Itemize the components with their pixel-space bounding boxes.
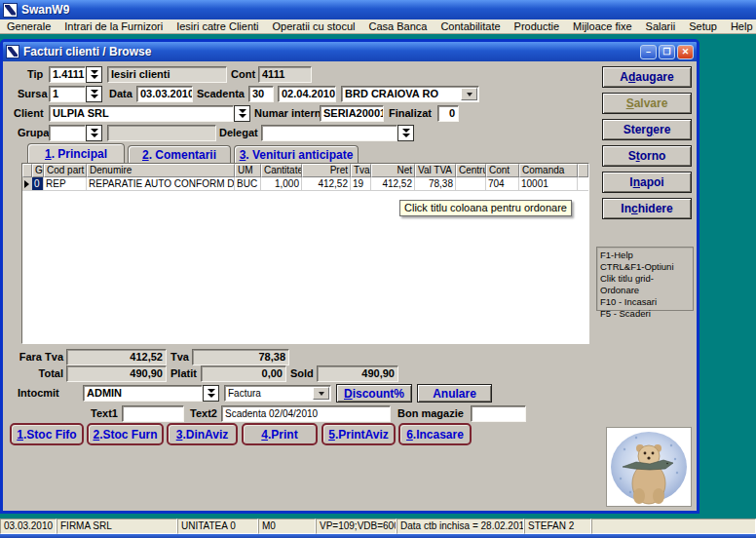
total-label: Total	[13, 367, 63, 379]
client-input[interactable]: ULPIA SRL	[49, 105, 234, 122]
menu-iesiri-clienti[interactable]: Iesiri catre Clienti	[170, 19, 265, 33]
minimize-button-icon[interactable]: –	[640, 45, 657, 59]
menu-casa-banca[interactable]: Casa Banca	[361, 19, 434, 33]
storno-button[interactable]: Storno	[602, 145, 692, 167]
grid-header-comanda[interactable]: Comanda	[519, 164, 578, 177]
grid-header-um[interactable]: UM	[235, 164, 261, 177]
delegat-label: Delegat	[219, 127, 258, 138]
maximize-button-icon[interactable]: ❐	[659, 45, 675, 59]
grid-header-centru[interactable]: Centru	[456, 164, 486, 177]
grid-header-cont[interactable]: Cont	[486, 164, 519, 177]
invoice-lines-grid: Ge Cod part Denumire UM Cantitate Pret T…	[21, 163, 589, 344]
grid-header-denumire[interactable]: Denumire	[87, 164, 235, 177]
menu-setup[interactable]: Setup	[682, 19, 724, 33]
grid-header-ge[interactable]: Ge	[32, 164, 44, 177]
status-unit: UNITATEA 0	[177, 519, 258, 534]
client-dropdown-icon[interactable]	[234, 105, 250, 122]
menu-operatii-stoc[interactable]: Operatii cu stocul	[266, 19, 362, 33]
cell-centru[interactable]	[456, 177, 486, 191]
adaugare-button[interactable]: Adaugare	[602, 66, 692, 88]
cell-comanda[interactable]: 10001	[519, 177, 578, 191]
cell-net[interactable]: 412,52	[371, 177, 415, 191]
incasare-button[interactable]: 6.Incasare	[398, 423, 472, 445]
finalizat-input[interactable]: 0	[437, 105, 459, 122]
cell-cont[interactable]: 704	[486, 177, 519, 191]
sold-label: Sold	[290, 367, 314, 379]
stergere-button[interactable]: Stergere	[602, 119, 692, 140]
scadenta-days-input[interactable]: 30	[248, 86, 274, 102]
platit-field: 0,00	[201, 365, 286, 382]
cell-tva[interactable]: 19	[351, 177, 371, 191]
anulare-button[interactable]: Anulare	[417, 384, 492, 403]
menu-intrari-furnizori[interactable]: Intrari de la Furnizori	[57, 19, 170, 33]
help-line: F10 - Incasari	[600, 296, 690, 308]
chevron-down-icon[interactable]	[313, 387, 329, 400]
app-title: SwanW9	[21, 3, 69, 17]
cell-cod-part[interactable]: REP	[44, 177, 87, 191]
sursa-input[interactable]: 1	[49, 86, 86, 102]
delegat-dropdown-icon[interactable]	[397, 125, 414, 141]
intocmit-input[interactable]: ADMIN	[83, 385, 203, 402]
menu-productie[interactable]: Productie	[508, 19, 566, 33]
print-button[interactable]: 4.Print	[242, 423, 318, 445]
stoc-fifo-button[interactable]: 1.Stoc Fifo	[10, 423, 84, 445]
doc-type-combobox[interactable]: Factura	[224, 385, 331, 402]
intocmit-dropdown-icon[interactable]	[203, 385, 219, 402]
grid-header-pret[interactable]: Pret	[302, 164, 351, 177]
text1-input[interactable]	[122, 405, 184, 422]
menu-mijloace-fixe[interactable]: Mijloace fixe	[566, 19, 639, 33]
cell-pret[interactable]: 412,52	[302, 177, 351, 191]
grid-header-tva[interactable]: Tva	[351, 164, 371, 177]
bon-magazie-input[interactable]	[471, 405, 526, 422]
inchidere-button[interactable]: Inchidere	[602, 198, 692, 219]
cell-val-tva[interactable]: 78,38	[415, 177, 456, 191]
grid-header-val-tva[interactable]: Val TVA	[415, 164, 456, 177]
bear-image	[606, 427, 692, 507]
cell-cantitate[interactable]: 1,000	[261, 177, 302, 191]
grid-header-cantitate[interactable]: Cantitate	[261, 164, 302, 177]
tip-dropdown-icon[interactable]	[86, 66, 102, 83]
numar-intern-input[interactable]: SERIA20001	[320, 105, 384, 122]
grid-header-cod-part[interactable]: Cod part	[44, 164, 87, 177]
menu-salarii[interactable]: Salarii	[639, 19, 683, 33]
banca-combobox[interactable]: BRD CRAIOVA RO	[341, 86, 479, 102]
grupa-dropdown-icon[interactable]	[86, 125, 102, 141]
menubar: Generale Intrari de la Furnizori Iesiri …	[0, 19, 756, 34]
salvare-button[interactable]: Salvare	[602, 93, 692, 114]
status-date: 03.03.2010	[0, 519, 57, 534]
scadenta-date-input[interactable]: 02.04.2010	[278, 86, 336, 102]
menu-generale[interactable]: Generale	[0, 19, 57, 33]
tab-comentarii[interactable]: 2. Comentarii	[128, 145, 231, 163]
help-line: CTRL&F1-Optiuni	[600, 261, 690, 273]
cell-denumire[interactable]: REPARATIE AUTO CONFORM DEVIZ	[87, 177, 235, 191]
window-titlebar[interactable]: Facturi clienti / Browse – ❐ ✕	[3, 42, 697, 61]
total-field: 490,90	[66, 365, 167, 382]
tip-code-input[interactable]: 1.4111	[49, 66, 86, 83]
shortcut-help-box: F1-Help CTRL&F1-Optiuni Clik titlu grid-…	[596, 247, 694, 311]
sursa-dropdown-icon[interactable]	[86, 86, 102, 102]
tab-principal[interactable]: 1. Principal	[27, 143, 125, 163]
bottom-edge	[0, 534, 756, 538]
client-label: Client	[14, 107, 44, 119]
discount-button[interactable]: Discount%	[336, 384, 412, 403]
inapoi-button[interactable]: Inapoi	[602, 172, 692, 193]
cell-um[interactable]: BUC	[235, 177, 261, 191]
stoc-furn-button[interactable]: 2.Stoc Furn	[87, 423, 164, 445]
delegat-input[interactable]	[261, 125, 397, 141]
text2-input[interactable]: Scadenta 02/04/2010	[221, 405, 391, 422]
table-row[interactable]: 0 REP REPARATIE AUTO CONFORM DEVIZ BUC 1…	[22, 177, 588, 191]
app-titlebar: SwanW9	[0, 0, 756, 19]
chevron-down-icon[interactable]	[461, 88, 477, 100]
tab-venituri-anticipate[interactable]: 3. Venituri anticipate	[234, 145, 359, 163]
menu-help[interactable]: Help	[724, 19, 756, 33]
dinaviz-button[interactable]: 3.DinAviz	[167, 423, 238, 445]
cell-ge[interactable]: 0	[32, 177, 44, 191]
grupa-input[interactable]	[49, 125, 86, 141]
data-input[interactable]: 03.03.2010	[136, 86, 193, 102]
menu-contabilitate[interactable]: Contabilitate	[434, 19, 507, 33]
close-button-icon[interactable]: ✕	[677, 45, 694, 59]
sursa-label: Sursa	[18, 88, 48, 99]
status-user: STEFAN 2	[524, 519, 591, 534]
grid-header-net[interactable]: Net	[371, 164, 415, 177]
printaviz-button[interactable]: 5.PrintAviz	[321, 423, 396, 445]
